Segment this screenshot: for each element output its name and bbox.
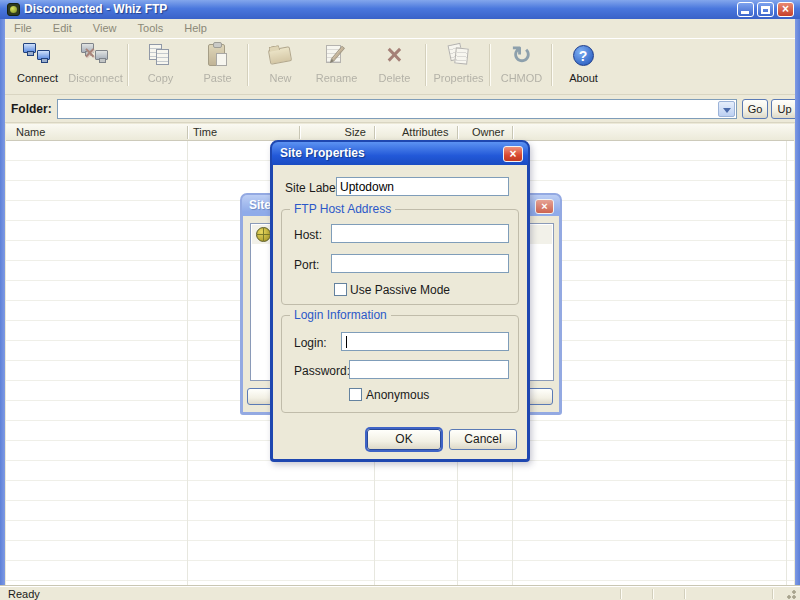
file-list-header: Name Time Size Attributes Owner <box>6 124 794 141</box>
status-text: Ready <box>8 588 40 600</box>
column-separator <box>512 126 513 139</box>
menu-file[interactable]: File <box>5 19 41 34</box>
toolbar-separator <box>127 44 128 86</box>
menu-view[interactable]: View <box>84 19 126 34</box>
login-information-legend: Login Information <box>290 308 391 322</box>
status-divider <box>684 589 685 599</box>
password-label: Password: <box>294 364 350 378</box>
folder-input[interactable] <box>59 101 717 117</box>
site-globe-icon <box>256 227 271 242</box>
column-header-time[interactable]: Time <box>193 126 217 138</box>
column-header-name[interactable]: Name <box>16 126 45 138</box>
toolbar-chmod-button[interactable]: ↻ CHMOD <box>493 41 550 92</box>
toolbar-copy-button[interactable]: Copy <box>132 41 189 92</box>
toolbar-separator <box>425 44 426 86</box>
toolbar-separator <box>551 44 552 86</box>
passive-mode-checkbox[interactable] <box>334 283 347 296</box>
delete-icon: × <box>378 41 412 71</box>
host-input[interactable] <box>331 224 509 243</box>
go-button[interactable]: Go <box>742 99 768 119</box>
column-header-owner[interactable]: Owner <box>472 126 504 138</box>
toolbar-rename-button[interactable]: Rename <box>308 41 365 92</box>
toolbar-delete-button[interactable]: × Delete <box>366 41 423 92</box>
login-information-group: Login Information Login: Password: Anony… <box>281 315 519 413</box>
site-label-input[interactable] <box>336 177 509 196</box>
menu-bar: File Edit View Tools Help <box>5 19 795 38</box>
resize-grip[interactable] <box>784 587 796 599</box>
toolbar-separator <box>247 44 248 86</box>
chevron-down-icon[interactable] <box>718 101 735 117</box>
app-icon <box>7 3 20 16</box>
copy-icon <box>144 41 178 71</box>
menu-tools[interactable]: Tools <box>129 19 173 34</box>
close-icon: × <box>778 3 793 16</box>
folder-label: Folder: <box>11 102 52 116</box>
column-separator <box>457 126 458 139</box>
column-separator <box>299 126 300 139</box>
maximize-button[interactable] <box>757 2 774 17</box>
status-divider <box>772 589 773 599</box>
login-input[interactable] <box>341 332 509 351</box>
chmod-icon: ↻ <box>505 41 539 71</box>
site-properties-close-button[interactable]: × <box>503 146 523 162</box>
toolbar-disconnect-button[interactable]: × Disconnect <box>67 41 124 92</box>
folder-combobox[interactable] <box>57 99 737 119</box>
connect-icon <box>21 41 55 71</box>
about-icon: ? <box>567 41 601 71</box>
folder-bar: Folder: Go Up <box>5 95 795 123</box>
port-input[interactable] <box>331 254 509 273</box>
whiz-ftp-window: Disconnected - Whiz FTP × File Edit View… <box>0 0 800 600</box>
window-border-left <box>0 0 5 600</box>
column-header-attributes[interactable]: Attributes <box>402 126 448 138</box>
site-properties-body: Site Label: FTP Host Address Host: Port:… <box>273 165 527 459</box>
passive-mode-label: Use Passive Mode <box>350 283 450 297</box>
host-label: Host: <box>294 228 322 242</box>
maximize-icon <box>761 6 770 14</box>
toolbar-properties-button[interactable]: Properties <box>430 41 487 92</box>
toolbar-about-button[interactable]: ? About <box>555 41 612 92</box>
disconnect-icon: × <box>79 41 113 71</box>
minimize-button[interactable] <box>737 2 754 17</box>
minimize-icon <box>741 11 749 14</box>
toolbar-connect-button[interactable]: Connect <box>9 41 66 92</box>
status-bar: Ready <box>0 586 800 600</box>
site-properties-dialog: Site Properties × Site Label: FTP Host A… <box>270 140 530 462</box>
text-caret <box>346 336 347 348</box>
toolbar-separator <box>489 44 490 86</box>
anonymous-checkbox[interactable] <box>349 388 362 401</box>
menu-help[interactable]: Help <box>175 19 216 34</box>
status-divider <box>620 589 621 599</box>
paste-icon <box>201 41 235 71</box>
site-label-label: Site Label: <box>285 181 342 195</box>
grid-line <box>187 141 188 586</box>
grid-line <box>786 141 787 586</box>
port-label: Port: <box>294 258 319 272</box>
menu-edit[interactable]: Edit <box>44 19 81 34</box>
close-button[interactable]: × <box>777 2 794 17</box>
window-border-right <box>795 0 800 600</box>
ftp-host-address-legend: FTP Host Address <box>290 202 395 216</box>
properties-icon <box>442 41 476 71</box>
site-manager-button-right[interactable] <box>527 388 553 405</box>
ftp-host-address-group: FTP Host Address Host: Port: Use Passive… <box>281 209 519 305</box>
column-separator <box>374 126 375 139</box>
password-input[interactable] <box>349 360 509 379</box>
rename-icon <box>320 41 354 71</box>
ok-button[interactable]: OK <box>367 429 441 450</box>
anonymous-label: Anonymous <box>366 388 429 402</box>
column-header-size[interactable]: Size <box>304 126 366 138</box>
toolbar-paste-button[interactable]: Paste <box>189 41 246 92</box>
up-button[interactable]: Up <box>771 99 798 119</box>
new-icon <box>264 41 298 71</box>
window-title: Disconnected - Whiz FTP <box>24 2 167 16</box>
toolbar-new-button[interactable]: New <box>252 41 309 92</box>
site-manager-close-button[interactable]: × <box>535 199 554 214</box>
cancel-button[interactable]: Cancel <box>449 429 517 450</box>
site-properties-titlebar[interactable]: Site Properties <box>272 142 528 165</box>
titlebar[interactable]: Disconnected - Whiz FTP × <box>0 0 800 19</box>
status-divider <box>652 589 653 599</box>
column-separator <box>187 126 188 139</box>
login-label: Login: <box>294 336 327 350</box>
toolbar: Connect × Disconnect Copy Paste New <box>5 38 795 95</box>
